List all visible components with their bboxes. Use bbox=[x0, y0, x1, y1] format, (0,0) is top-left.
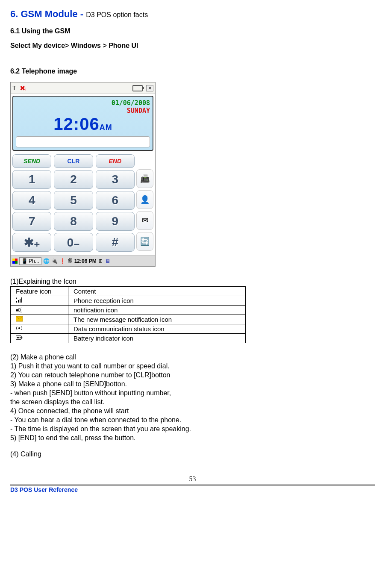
table-row: 🕬 notification icon bbox=[11, 306, 246, 315]
svg-rect-0 bbox=[16, 301, 17, 303]
tray-alert-icon: ❗ bbox=[59, 258, 66, 264]
mail-icon bbox=[16, 316, 23, 323]
sync-icon[interactable]: 🔄 bbox=[136, 232, 153, 251]
phone-statusbar: 𝖳 ✖ᵢ ✕ bbox=[11, 82, 155, 94]
footer-rule bbox=[10, 485, 375, 485]
phone-date: 01/06/2008 bbox=[16, 99, 150, 107]
message-icon[interactable]: ✉ bbox=[136, 211, 153, 230]
footer-text: D3 POS User Reference bbox=[10, 486, 375, 493]
phone-clock: 12:06AM bbox=[16, 115, 150, 134]
step-4b: - The time is displayed on the screen th… bbox=[10, 425, 375, 433]
keypad-1[interactable]: 1 bbox=[12, 170, 51, 189]
data-icon bbox=[16, 325, 23, 332]
tray-doc-icon: 🗐 bbox=[68, 258, 73, 264]
icon-table-head-content: Content bbox=[68, 287, 246, 296]
row-content: Data communication status icon bbox=[68, 324, 246, 334]
section-2-title: (2) Make a phone call bbox=[10, 353, 375, 361]
close-icon[interactable]: ✕ bbox=[146, 85, 153, 91]
icon-explain-caption: (1)Explaining the Icon bbox=[10, 278, 375, 285]
row-content: Phone reception icon bbox=[68, 296, 246, 306]
taskbar-clock: 12:06 PM bbox=[74, 258, 97, 264]
svg-rect-2 bbox=[20, 299, 21, 303]
bell-icon: 🕬 bbox=[16, 307, 22, 314]
title-main: 6. GSM Module bbox=[10, 9, 78, 19]
keypad-0[interactable]: 0₋ bbox=[54, 233, 93, 252]
step-2: 2) You can retouch telephone number to [… bbox=[10, 371, 375, 379]
taskbar-app-label: Ph... bbox=[29, 258, 39, 264]
clock-time: 12:06 bbox=[53, 115, 99, 133]
step-3a: - when push [SEND] button without inputt… bbox=[10, 389, 375, 397]
phone-display: 01/06/2008 SUNDAY 12:06AM bbox=[12, 96, 153, 151]
step-3: 3) Make a phone call to [SEND]botton. bbox=[10, 380, 375, 388]
phone-ui-screenshot: 𝖳 ✖ᵢ ✕ 01/06/2008 SUNDAY 12:06AM SEND CL… bbox=[10, 82, 156, 267]
icon-table-head-feature: Feature icon bbox=[11, 287, 68, 296]
svg-rect-9 bbox=[20, 337, 21, 338]
number-display[interactable] bbox=[16, 136, 150, 147]
step-5: 5) [END] to end the call, press the butt… bbox=[10, 434, 375, 442]
table-row: Battery indicator icon bbox=[11, 334, 246, 343]
section-6-2-title: 6.2 Telephone image bbox=[10, 68, 375, 75]
send-button[interactable]: SEND bbox=[12, 154, 51, 168]
clr-button[interactable]: CLR bbox=[54, 154, 93, 168]
keypad-star[interactable]: ✱₊ bbox=[12, 233, 51, 252]
keypad-4[interactable]: 4 bbox=[12, 191, 51, 210]
svg-rect-10 bbox=[22, 337, 23, 338]
table-row: Phone reception icon bbox=[11, 296, 246, 306]
keypad-9[interactable]: 9 bbox=[96, 212, 135, 231]
page-number: 53 bbox=[10, 475, 375, 483]
title-dash: - bbox=[78, 9, 86, 19]
phone-taskbar: 📱 Ph... 🌐 🔌 ❗ 🗐 12:06 PM 🗓 🖥 bbox=[11, 256, 155, 266]
section-title: 6. GSM Module - D3 POS option facts bbox=[10, 9, 375, 20]
keypad-5[interactable]: 5 bbox=[54, 191, 93, 210]
clock-ampm: AM bbox=[100, 123, 112, 132]
tray-calendar-icon: 🗓 bbox=[98, 258, 103, 264]
row-content: notification icon bbox=[68, 306, 246, 315]
section-6-1-instr: Select My device> Windows > Phone UI bbox=[10, 42, 375, 50]
section-6-1-title: 6.1 Using the GSM bbox=[10, 27, 375, 35]
tray-desktop-icon[interactable]: 🖥 bbox=[105, 258, 110, 264]
phone-settings-icon[interactable]: 📠 bbox=[136, 169, 153, 188]
battery-icon bbox=[132, 85, 143, 91]
svg-rect-3 bbox=[21, 297, 22, 303]
section-4-title: (4) Calling bbox=[10, 450, 375, 458]
start-icon[interactable] bbox=[12, 259, 18, 264]
svg-rect-8 bbox=[18, 337, 19, 338]
svg-point-5 bbox=[18, 327, 20, 329]
step-4: 4) Once connected, the phone will start bbox=[10, 407, 375, 415]
contacts-icon[interactable]: 👤 bbox=[136, 190, 153, 209]
row-content: The new message notification icon bbox=[68, 315, 246, 324]
table-row: Data communication status icon bbox=[11, 324, 246, 334]
battery-icon bbox=[16, 335, 23, 342]
step-4a: - You can hear a dial tone when connecte… bbox=[10, 416, 375, 424]
icon-table: Feature icon Content Phone reception ico… bbox=[10, 286, 246, 343]
svg-rect-7 bbox=[17, 337, 18, 338]
title-sub: D3 POS option facts bbox=[86, 11, 148, 18]
step-1: 1) Push it that you want to call number … bbox=[10, 362, 375, 370]
tray-network-icon: 🔌 bbox=[51, 258, 58, 264]
keypad-3[interactable]: 3 bbox=[96, 170, 135, 189]
table-row: The new message notification icon bbox=[11, 315, 246, 324]
svg-rect-1 bbox=[18, 300, 19, 303]
antenna-icon: 𝖳 bbox=[12, 85, 16, 91]
step-3b: the screen displays the call list. bbox=[10, 398, 375, 406]
tray-globe-icon: 🌐 bbox=[43, 258, 50, 264]
signal-icon bbox=[16, 297, 23, 304]
row-content: Battery indicator icon bbox=[68, 334, 246, 343]
keypad-7[interactable]: 7 bbox=[12, 212, 51, 231]
phone-day: SUNDAY bbox=[16, 107, 150, 115]
keypad-2[interactable]: 2 bbox=[54, 170, 93, 189]
end-button[interactable]: END bbox=[96, 154, 135, 168]
keypad-hash[interactable]: # bbox=[96, 233, 135, 252]
keypad-6[interactable]: 6 bbox=[96, 191, 135, 210]
keypad-8[interactable]: 8 bbox=[54, 212, 93, 231]
muted-icon: ✖ᵢ bbox=[20, 84, 26, 92]
taskbar-app-button[interactable]: 📱 Ph... bbox=[19, 257, 41, 265]
